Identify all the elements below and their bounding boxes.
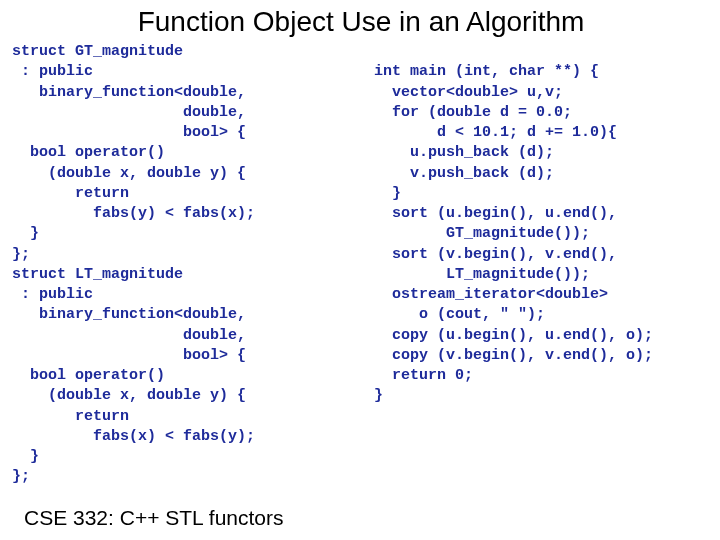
code-right: int main (int, char **) { vector<double>… [356, 42, 710, 488]
footer-text: CSE 332: C++ STL functors [24, 506, 284, 530]
slide: Function Object Use in an Algorithm stru… [0, 0, 720, 540]
code-left: struct GT_magnitude : public binary_func… [12, 42, 352, 488]
page-title: Function Object Use in an Algorithm [12, 6, 710, 38]
code-columns: struct GT_magnitude : public binary_func… [12, 42, 710, 488]
